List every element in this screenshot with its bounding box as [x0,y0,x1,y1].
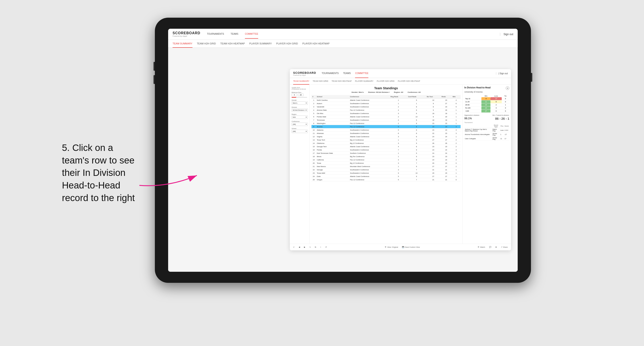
nav-items: TOURNAMENTS TEAMS COMMITTEE [207,30,500,39]
sb-logo-sub: Powered by clippd [293,74,317,76]
subnav-player-h2h-grid[interactable]: PLAYER H2H GRID [276,40,298,48]
add-button[interactable]: + [319,246,322,249]
sb-nav-tournaments[interactable]: TOURNAMENTS [322,69,339,78]
table-row[interactable]: 8 Washington Pac-12 Conference 2 8 23 23… [312,122,460,125]
subnav-player-summary[interactable]: PLAYER SUMMARY [249,40,272,48]
logo-text: SCOREBOARD [172,31,200,35]
conference-filter-control[interactable]: (All) ▾ [292,123,308,126]
arrow-icon [135,163,201,190]
tournament-label: Tournament [464,122,509,123]
subnav-player-h2h-heatmap[interactable]: PLAYER H2H HEATMAP [302,40,330,48]
table-row[interactable]: 24 Duke Atlantic Coast Conference 5 9 27… [312,175,460,178]
table-row[interactable]: 9 Arizona Pac-12 Conference 5 8 23 23 3 [312,125,460,128]
table-row[interactable]: 7 Tennessee Southeastern Conference 4 6 … [312,118,460,122]
table-row[interactable]: 21 New Mexico Mountain West Conference 1… [312,165,460,168]
table-row[interactable]: 1 North Carolina Atlantic Coast Conferen… [312,99,460,102]
table-row[interactable]: 11 Arkansas Southeastern Conference 6 8 … [312,132,460,135]
comments-button[interactable]: 💬 [488,246,492,249]
sb-sign-out[interactable]: | Sign out [496,72,508,75]
gender-filter-label: Gender [292,99,308,101]
min-rounds-label: Minimum Rou... [292,92,308,93]
view-original-label: View: Original [387,246,398,248]
standings-title: Team Standings [312,86,460,90]
table-row[interactable]: 12 Virginia Atlantic Coast Conference 3 … [312,135,460,138]
clock-button[interactable]: ⏱ [324,246,328,249]
sb-nav-teams[interactable]: TEAMS [343,69,351,78]
share-icon: ↗ [501,246,502,248]
table-row[interactable]: 16 Florida Southeastern Conference 7 9 2… [312,148,460,152]
step-forward-button[interactable]: ▶ [303,246,306,249]
table-row[interactable]: 5 Ole Miss Southeastern Conference 3 6 1… [312,112,460,115]
h2h-row-26-50: 26-50 25 2 1 [464,103,509,107]
region-filter-control[interactable]: N/A ▾ [292,116,308,119]
nav-teams[interactable]: TEAMS [231,30,238,39]
h2h-row-11-25: 11-25 11 8 0 [464,100,509,103]
sb-subnav-team-summary[interactable]: TEAM SUMMARY [293,78,309,85]
table-row[interactable]: 14 Oklahoma Big 12 Conference 3 9 26 26 … [312,142,460,145]
opponents-section: Opponents in division: W-L-T record in-d… [464,114,509,120]
table-row[interactable]: 17 East Tennessee State Southern Confere… [312,152,460,155]
table-row[interactable]: 22 Georgia Southeastern Conference 3 7 2… [312,168,460,172]
subnav-team-h2h-grid[interactable]: TEAM H2H GRID [197,40,216,48]
volume-up-button[interactable] [154,62,155,71]
share-button[interactable]: ↗ Share [500,246,509,249]
undo-button[interactable]: ↩ [292,246,296,249]
sub-navigation: TEAM SUMMARY TEAM H2H GRID TEAM H2H HEAT… [168,40,518,48]
school-filter-control[interactable]: (All) ▾ [292,130,308,133]
division-filter-control[interactable]: NCAA Division I ▾ [292,109,308,112]
h2h-close-button[interactable]: ✕ [506,86,509,90]
grid-button[interactable]: ⊞ [494,246,498,249]
subnav-team-h2h-heatmap[interactable]: TEAM H2H HEATMAP [220,40,245,48]
sb-body: Update time: 27/03/2024 15:56:26 Minimum… [290,85,511,244]
save-custom-button[interactable]: 💾 Save Custom View [401,246,421,249]
sb-subnav-player-summary[interactable]: PLAYER SUMMARY [355,78,374,85]
min-rounds-slider[interactable] [292,97,307,98]
min-rounds-min-input[interactable] [292,94,297,96]
tournament-row: Cabo Collegiate Stroke Play 11 17 [464,137,509,141]
sign-out-link[interactable]: Sign out [500,33,513,36]
sb-subnav-h2h-heatmap[interactable]: TEAM H2H HEATMAP [332,78,352,85]
tablet-screen: SCOREBOARD Powered by clippd TOURNAMENTS… [168,29,518,272]
table-row[interactable]: 25 Oregon Pac-12 Conference 5 7 21 21 0 [312,178,460,181]
watch-icon: 👁 [478,246,480,248]
nav-tournaments[interactable]: TOURNAMENTS [207,30,224,39]
redo-button[interactable]: ↪ [308,246,312,249]
division-filter-label: Division [292,107,308,108]
sb-logo: SCOREBOARD [293,71,316,74]
power-button[interactable] [531,73,532,82]
table-row[interactable]: 18 Illinois Big Ten Conference 1 9 23 23… [312,155,460,158]
table-row[interactable]: 10 Alabama Southeastern Conference 5 8 2… [312,128,460,132]
view-original-button[interactable]: 👁 View: Original [384,246,399,249]
sb-subnav-player-h2h-grid[interactable]: PLAYER H2H GRID [377,78,394,85]
standings-main: Team Standings Gender: Men's Division: N… [310,85,462,244]
step-back-button[interactable]: ◀ [298,246,301,249]
volume-down-button[interactable] [154,75,155,84]
table-row[interactable]: 2 Auburn Southeastern Conference 1 1 9 2… [312,102,460,105]
nav-committee[interactable]: COMMITTEE [245,30,258,39]
h2h-loss-header: Loss [490,95,502,97]
table-row[interactable]: 19 California Pac-12 Conference 4 8 24 2… [312,158,460,162]
watch-button[interactable]: 👁 Watch [476,246,486,249]
h2h-table: Win Loss Tie Top 10 3 13 0 [464,95,509,113]
opponents-val: 99.1% [464,117,472,120]
table-row[interactable]: 23 Texas A&M Southeastern Conference 9 1… [312,172,460,175]
table-row[interactable]: 4 Arizona State Pac-12 Conference 4 6 9 … [312,109,460,112]
sb-subnav-player-h2h-heatmap[interactable]: PLAYER H2H HEATMAP [398,78,420,85]
table-row[interactable]: 20 Texas Big 12 Conference 3 7 20 20 0 [312,162,460,165]
table-row[interactable]: 3 Vanderbilt Southeastern Conference 2 8… [312,105,460,109]
min-rounds-max-input[interactable] [298,94,304,96]
annotation-text: 5. Click on a team's row to see their In… [62,142,146,204]
tournament-row: Jackson T. Stephens Cup Men's Match-Play… [464,128,509,132]
table-row[interactable]: 6 Florida State Atlantic Coast Conferenc… [312,115,460,118]
sb-nav-committee[interactable]: COMMITTEE [355,69,368,78]
gender-filter-control[interactable]: Men's ▾ [292,101,308,105]
table-row[interactable]: 15 Georgia Tech Atlantic Coast Conferenc… [312,145,460,148]
subnav-team-summary[interactable]: TEAM SUMMARY [172,40,192,48]
sb-subnav-h2h-grid[interactable]: TEAM H2H GRID [312,78,328,85]
h2h-school: University of Arizona [464,91,509,93]
copy-button[interactable]: ⧉ [314,246,317,249]
share-label: Share [503,246,508,248]
h2h-panel: In Division Head-to-Head ✕ University of… [462,85,511,244]
standings-filters: Gender: Men's Division: NCAA Division I … [312,91,460,93]
table-row[interactable]: 13 Texas Tech Big 12 Conference 1 9 27 2… [312,138,460,142]
